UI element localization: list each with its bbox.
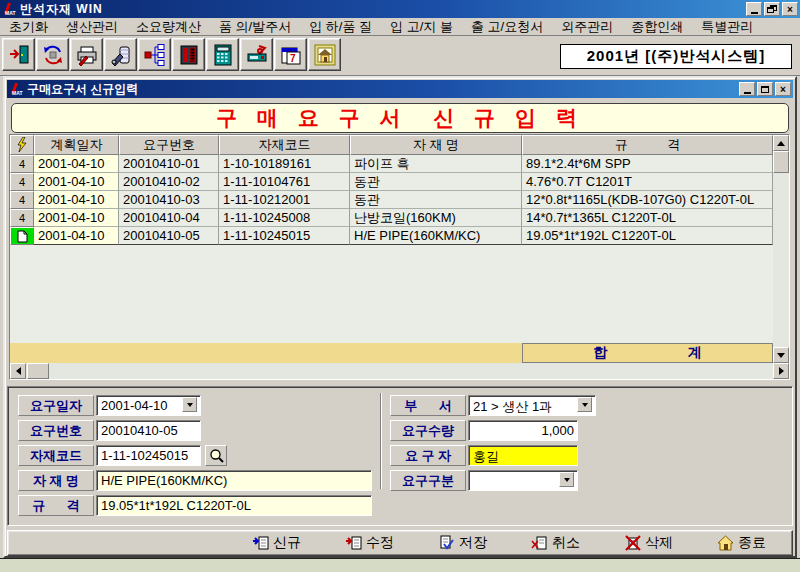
calculator-icon[interactable] bbox=[206, 38, 239, 71]
req-no-label: 요구번호 bbox=[18, 420, 94, 441]
col-header-spec[interactable]: 규 격 bbox=[522, 135, 773, 155]
menu-shipping-request[interactable]: 출 고/요청서 bbox=[462, 18, 552, 36]
cell-spec[interactable]: 14*0.7t*1365L C1220T-0L bbox=[522, 209, 773, 227]
app-window: MAT 반석자재 WIN × 초기화 생산관리 소요량계산 품 의/발주서 입 … bbox=[0, 0, 800, 572]
req-qty-label: 요구수량 bbox=[390, 420, 466, 441]
home-frame-icon[interactable] bbox=[308, 38, 341, 71]
scroll-up-button[interactable] bbox=[773, 135, 789, 151]
cell-spec[interactable]: 4.76*0.7T C1201T bbox=[522, 173, 773, 191]
scroll-left-button[interactable] bbox=[10, 363, 26, 379]
child-maximize-button[interactable] bbox=[757, 82, 773, 96]
child-close-button[interactable]: × bbox=[775, 82, 791, 96]
cell-req-no[interactable]: 20010410-01 bbox=[119, 155, 219, 173]
cell-spec[interactable]: 12*0.8t*1165L(KDB-107G0) C1220T-0L bbox=[522, 191, 773, 209]
cell-plan-date[interactable]: 2001-04-10 bbox=[34, 209, 119, 227]
cell-plan-date[interactable]: 2001-04-10 bbox=[34, 173, 119, 191]
restore-button[interactable] bbox=[764, 2, 780, 16]
cell-mat-code[interactable]: 1-10-10189161 bbox=[219, 155, 350, 173]
cell-mat-name[interactable]: 파이프 흑 bbox=[350, 155, 522, 173]
cell-spec[interactable]: 19.05*1t*192L C1220T-0L bbox=[522, 227, 773, 245]
menu-receiving-quality[interactable]: 입 하/품 질 bbox=[300, 18, 381, 36]
save-button[interactable]: 저장 bbox=[438, 534, 487, 552]
minimize-button[interactable] bbox=[746, 2, 762, 16]
cancel-pen-icon bbox=[531, 535, 548, 551]
mat-code-input[interactable]: 1-11-10245015 bbox=[96, 445, 201, 466]
cell-req-no[interactable]: 20010410-04 bbox=[119, 209, 219, 227]
horizontal-scrollbar-thumb[interactable] bbox=[27, 363, 49, 379]
cell-req-no[interactable]: 20010410-05 bbox=[119, 227, 219, 245]
close-button[interactable]: × bbox=[782, 2, 798, 16]
req-no-input[interactable]: 20010410-05 bbox=[96, 420, 201, 441]
total-label-right: 계 bbox=[688, 344, 702, 362]
toolbar: 7 2001년 [(주)반석시스템] bbox=[0, 36, 800, 76]
edit-button[interactable]: 수정 bbox=[345, 534, 394, 552]
menu-init[interactable]: 초기화 bbox=[0, 18, 57, 36]
req-qty-input[interactable]: 1,000 bbox=[468, 420, 578, 441]
menu-outsourcing[interactable]: 외주관리 bbox=[552, 18, 622, 36]
menu-print[interactable]: 종합인쇄 bbox=[622, 18, 692, 36]
delete-button-label: 삭제 bbox=[645, 534, 673, 552]
col-header-req-no[interactable]: 요구번호 bbox=[119, 135, 219, 155]
cancel-button[interactable]: 취소 bbox=[531, 534, 580, 552]
exit-door-icon[interactable] bbox=[2, 38, 35, 71]
req-date-dropdown-icon[interactable] bbox=[182, 397, 197, 412]
new-button[interactable]: 신규 bbox=[252, 534, 301, 552]
menu-order[interactable]: 품 의/발주서 bbox=[210, 18, 300, 36]
cell-mat-code[interactable]: 1-11-10245015 bbox=[219, 227, 350, 245]
mat-name-label: 자 재 명 bbox=[18, 470, 94, 491]
row-marker[interactable]: 4 bbox=[10, 155, 34, 173]
scroll-down-button[interactable] bbox=[773, 347, 789, 363]
row-marker[interactable]: 4 bbox=[10, 173, 34, 191]
req-type-dropdown-icon[interactable] bbox=[559, 472, 574, 487]
cell-spec[interactable]: 89.1*2.4t*6M SPP bbox=[522, 155, 773, 173]
cell-mat-code[interactable]: 1-11-10212001 bbox=[219, 191, 350, 209]
cell-mat-code[interactable]: 1-11-10245008 bbox=[219, 209, 350, 227]
menu-special[interactable]: 특별관리 bbox=[692, 18, 762, 36]
printer-pen-icon[interactable] bbox=[70, 38, 103, 71]
cell-plan-date[interactable]: 2001-04-10 bbox=[34, 155, 119, 173]
cell-mat-code[interactable]: 1-11-10104761 bbox=[219, 173, 350, 191]
cell-mat-name[interactable]: 동관 bbox=[350, 173, 522, 191]
ledger-book-icon[interactable] bbox=[172, 38, 205, 71]
child-minimize-button[interactable] bbox=[739, 82, 755, 96]
vertical-scrollbar-thumb[interactable] bbox=[773, 151, 789, 173]
horizontal-scrollbar[interactable] bbox=[10, 363, 789, 379]
cell-mat-name[interactable]: H/E PIPE(160KM/KC) bbox=[350, 227, 522, 245]
col-header-mat-name[interactable]: 자 재 명 bbox=[350, 135, 522, 155]
mat-code-search-button[interactable] bbox=[205, 445, 227, 466]
cell-plan-date[interactable]: 2001-04-10 bbox=[34, 191, 119, 209]
menu-requirement[interactable]: 소요량계산 bbox=[127, 18, 210, 36]
dept-dropdown-icon[interactable] bbox=[577, 397, 592, 412]
main-titlebar: MAT 반석자재 WIN × bbox=[0, 0, 800, 18]
cell-plan-date[interactable]: 2001-04-10 bbox=[34, 227, 119, 245]
output-device-icon[interactable] bbox=[240, 38, 273, 71]
col-header-plan-date[interactable]: 계획일자 bbox=[34, 135, 119, 155]
current-row-marker[interactable] bbox=[10, 227, 34, 245]
calendar-icon[interactable]: 7 bbox=[274, 38, 307, 71]
spec-input[interactable]: 19.05*1t*192L C1220T-0L bbox=[96, 495, 372, 516]
close-window-button[interactable]: 종료 bbox=[717, 534, 766, 552]
mat-name-input[interactable]: H/E PIPE(160KM/KC) bbox=[96, 470, 372, 491]
edit-button-label: 수정 bbox=[366, 534, 394, 552]
svg-text:MAT: MAT bbox=[5, 10, 15, 16]
menu-receipt-payment[interactable]: 입 고/지 불 bbox=[381, 18, 462, 36]
cell-mat-name[interactable]: 난방코일(160KM) bbox=[350, 209, 522, 227]
cell-mat-name[interactable]: 동관 bbox=[350, 191, 522, 209]
search-icon bbox=[209, 448, 224, 463]
hierarchy-icon[interactable] bbox=[138, 38, 171, 71]
document-pen-icon[interactable] bbox=[104, 38, 137, 71]
svg-text:MAT: MAT bbox=[12, 90, 22, 96]
col-header-mat-code[interactable]: 자재코드 bbox=[219, 135, 350, 155]
menu-production[interactable]: 생산관리 bbox=[57, 18, 127, 36]
requester-input[interactable]: 홍길 bbox=[468, 445, 578, 466]
scroll-right-button[interactable] bbox=[773, 363, 789, 379]
refresh-icon[interactable] bbox=[36, 38, 69, 71]
app-logo-icon: MAT bbox=[2, 2, 16, 16]
grid-corner-lightning-icon[interactable] bbox=[10, 135, 34, 155]
row-marker[interactable]: 4 bbox=[10, 209, 34, 227]
cell-req-no[interactable]: 20010410-03 bbox=[119, 191, 219, 209]
spec-label: 규 격 bbox=[18, 495, 94, 516]
cell-req-no[interactable]: 20010410-02 bbox=[119, 173, 219, 191]
delete-button[interactable]: 삭제 bbox=[624, 534, 673, 552]
row-marker[interactable]: 4 bbox=[10, 191, 34, 209]
